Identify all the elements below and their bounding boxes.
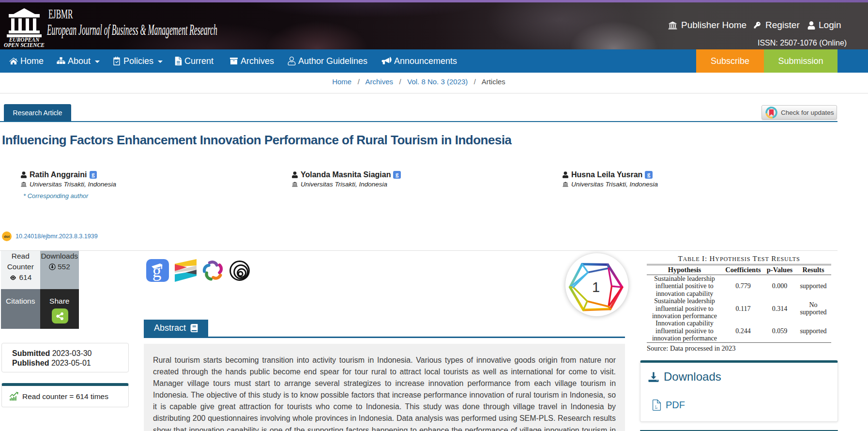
svg-text:doi: doi <box>4 234 10 239</box>
